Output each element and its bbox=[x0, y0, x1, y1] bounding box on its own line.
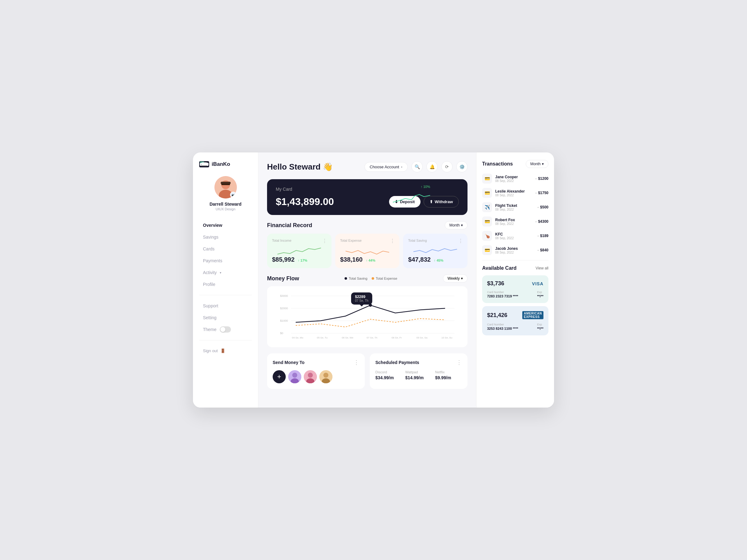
recipient-avatar-3[interactable] bbox=[319, 370, 332, 383]
transaction-icon-flight: ✈️ bbox=[482, 202, 492, 212]
saving-card-menu[interactable]: ⋮ bbox=[458, 238, 463, 244]
weekly-button[interactable]: Weekly ▾ bbox=[443, 274, 467, 283]
chart-legend: Total Saving Total Expense bbox=[344, 276, 397, 280]
amex-card: $21,426 AMERICANEXPRESS Card Number 3253… bbox=[482, 306, 548, 336]
income-card-value: $85,992 ↑ 17% bbox=[272, 256, 327, 263]
search-button[interactable]: 🔍 bbox=[411, 161, 423, 172]
scheduled-payments-menu[interactable]: ⋮ bbox=[456, 359, 462, 366]
money-flow-chart-container: $2289 07 Se, Th $3000 $2000 $1000 $0 bbox=[267, 286, 467, 347]
refresh-button[interactable]: ⟳ bbox=[441, 161, 453, 172]
visa-card-top: $3,736 VISA bbox=[487, 280, 543, 287]
saving-card-value: $47,832 ↑ 45% bbox=[408, 256, 463, 263]
header-right: Choose Account ◦ 🔍 🔔 ⟳ ⚙️ bbox=[364, 161, 467, 172]
amex-balance: $21,426 bbox=[487, 312, 507, 319]
recipient-avatar-1[interactable] bbox=[288, 370, 301, 383]
sidebar-item-setting[interactable]: Setting bbox=[199, 312, 252, 323]
svg-point-28 bbox=[308, 373, 313, 378]
withdraw-label: Withdraw bbox=[435, 199, 453, 204]
settings-icon: ⚙️ bbox=[459, 164, 465, 169]
card-balance: $1,43,899.00 bbox=[276, 196, 334, 208]
transaction-amount-0: ● $1200 bbox=[535, 177, 548, 181]
visa-number-field: Card Number 7283 2323 7319 **** bbox=[487, 291, 518, 298]
sidebar-item-profile[interactable]: Profile bbox=[199, 279, 252, 290]
financial-record-month-button[interactable]: Month ▾ bbox=[445, 221, 467, 229]
expense-card-value: $38,160 ↑ 44% bbox=[340, 256, 395, 263]
transaction-amount-4: ● $189 bbox=[537, 234, 548, 238]
visa-card-details: Card Number 7283 2323 7319 **** Exp **/*… bbox=[487, 291, 543, 298]
recipient-avatar-2[interactable] bbox=[304, 370, 317, 383]
transaction-item: 💳 Robert Fox 08 Sep, 2022 ● $4300 bbox=[482, 216, 548, 226]
chevron-down-icon: ▾ bbox=[220, 271, 221, 274]
discord-name: Discord bbox=[376, 370, 402, 374]
transactions-month-button[interactable]: Month ▾ bbox=[526, 160, 548, 168]
my-card-label: My Card bbox=[276, 187, 459, 192]
send-money-header: Send Money To ⋮ bbox=[273, 359, 359, 366]
amex-number-value: 3253 8243 1100 **** bbox=[487, 327, 518, 330]
income-card-menu[interactable]: ⋮ bbox=[322, 238, 327, 244]
send-money-card: Send Money To ⋮ + bbox=[267, 353, 365, 389]
notification-button[interactable]: 🔔 bbox=[427, 161, 438, 172]
card-mini-chart bbox=[393, 190, 430, 205]
scheduled-payments-card: Scheduled Payments ⋮ Discord $34.99/m Wa… bbox=[370, 353, 467, 389]
chart-tooltip: $2289 07 Se, Th bbox=[351, 292, 372, 304]
visa-exp-field: Exp **/** bbox=[537, 291, 543, 298]
amex-card-top: $21,426 AMERICANEXPRESS bbox=[487, 311, 543, 319]
scheduled-item-discord: Discord $34.99/m bbox=[376, 370, 402, 380]
sidebar-item-overview[interactable]: Overview bbox=[199, 220, 252, 231]
transaction-date-2: 08 Sep, 2022 bbox=[495, 208, 534, 211]
main-header: Hello Steward 👋 Choose Account ◦ 🔍 🔔 ⟳ ⚙… bbox=[267, 161, 467, 172]
choose-account-button[interactable]: Choose Account ◦ bbox=[364, 162, 408, 172]
sidebar-item-label-savings: Savings bbox=[203, 235, 218, 240]
transaction-item: ✈️ Flight Ticket 08 Sep, 2022 ● $500 bbox=[482, 202, 548, 212]
nav-divider bbox=[199, 295, 252, 295]
transaction-info-robert: Robert Fox 08 Sep, 2022 bbox=[495, 218, 532, 225]
transaction-icon-leslie: 💳 bbox=[482, 188, 492, 198]
sidebar-item-label-payments: Payments bbox=[203, 258, 222, 263]
financial-records-grid: Total Income ⋮ $85,992 ↑ 17% Total Expen… bbox=[267, 234, 467, 268]
svg-point-25 bbox=[292, 373, 297, 378]
add-recipient-button[interactable]: + bbox=[273, 370, 286, 383]
amex-exp-label: Exp bbox=[537, 323, 543, 326]
saving-card-label: Total Saving bbox=[408, 239, 463, 242]
income-mini-chart bbox=[272, 245, 327, 256]
transaction-item: 🍗 KFC 08 Sep, 2022 ● $189 bbox=[482, 231, 548, 241]
amex-exp-field: Exp **/** bbox=[537, 323, 543, 330]
transaction-date-4: 08 Sep, 2022 bbox=[495, 236, 534, 240]
transaction-item: 💳 Jane Cooper 08 Sep, 2022 ● $1200 bbox=[482, 174, 548, 184]
sidebar-item-label-cards: Cards bbox=[203, 246, 214, 251]
sidebar-item-payments[interactable]: Payments bbox=[199, 255, 252, 266]
send-money-menu[interactable]: ⋮ bbox=[354, 359, 359, 366]
sidebar-item-savings[interactable]: Savings bbox=[199, 232, 252, 243]
theme-toggle-row: Theme bbox=[199, 324, 252, 335]
expense-legend-label: Total Expense bbox=[376, 276, 397, 280]
transaction-icon-robert: 💳 bbox=[482, 216, 492, 226]
transaction-amount-2: ● $500 bbox=[537, 205, 548, 209]
transaction-info-jacob: Jacob Jones 08 Sep, 2022 bbox=[495, 246, 534, 254]
transaction-date-3: 08 Sep, 2022 bbox=[495, 222, 532, 225]
available-card-title: Available Card bbox=[482, 265, 517, 271]
svg-rect-0 bbox=[200, 163, 209, 166]
theme-toggle-switch[interactable] bbox=[220, 326, 231, 332]
signout-divider bbox=[199, 340, 252, 340]
expense-card-menu[interactable]: ⋮ bbox=[390, 238, 395, 244]
scheduled-items: Discord $34.99/m Wattpad $14.99/m Netfli… bbox=[376, 370, 462, 380]
signout-button[interactable]: Sign out 🚪 bbox=[199, 345, 252, 356]
view-all-button[interactable]: View all bbox=[536, 266, 548, 270]
greeting-text: Hello Steward 👋 bbox=[267, 162, 333, 172]
transaction-icon-jacob: 💳 bbox=[482, 245, 492, 255]
sidebar-item-activity[interactable]: Activity ▾ bbox=[199, 267, 252, 278]
logo-area: iBanKo bbox=[199, 161, 252, 167]
transaction-name-5: Jacob Jones bbox=[495, 246, 534, 251]
signout-label: Sign out bbox=[203, 348, 218, 353]
card-trend: ↑ 10% bbox=[420, 185, 430, 189]
sidebar-item-cards[interactable]: Cards bbox=[199, 243, 252, 255]
sidebar-item-support[interactable]: Support bbox=[199, 300, 252, 312]
profile-area: 📷 Darrell Steward UIUX Design bbox=[199, 176, 252, 211]
svg-text:06 Se, We: 06 Se, We bbox=[342, 336, 354, 339]
send-money-title: Send Money To bbox=[273, 360, 304, 365]
signout-icon: 🚪 bbox=[221, 348, 225, 353]
saving-legend-label: Total Saving bbox=[349, 276, 367, 280]
settings-button[interactable]: ⚙️ bbox=[456, 161, 467, 172]
transaction-info-flight: Flight Ticket 08 Sep, 2022 bbox=[495, 204, 534, 211]
visa-balance: $3,736 bbox=[487, 280, 504, 287]
